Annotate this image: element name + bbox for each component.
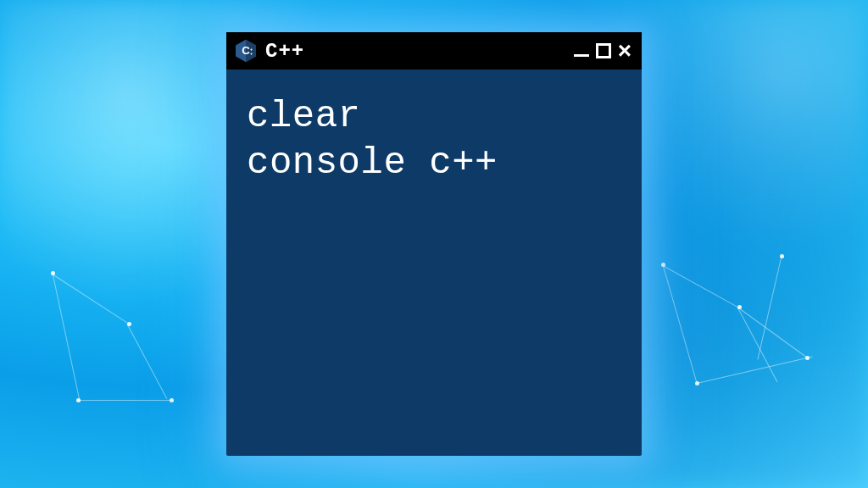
window-title: C++ <box>265 40 304 63</box>
window-controls: × <box>574 43 632 58</box>
maximize-button[interactable] <box>596 43 611 58</box>
console-line-2: console c++ <box>247 141 498 184</box>
svg-text:C: C <box>242 44 250 57</box>
titlebar-left: C + + C++ <box>233 38 304 64</box>
console-window: C + + C++ × clear console c++ <box>226 32 642 456</box>
cpp-icon: C + + <box>233 38 259 64</box>
console-line-1: clear <box>247 95 361 137</box>
console-body[interactable]: clear console c++ <box>226 69 642 456</box>
svg-text:+: + <box>250 51 253 56</box>
close-button[interactable]: × <box>618 43 632 58</box>
minimize-button[interactable] <box>574 54 589 57</box>
titlebar[interactable]: C + + C++ × <box>226 32 642 69</box>
network-line <box>76 400 171 401</box>
